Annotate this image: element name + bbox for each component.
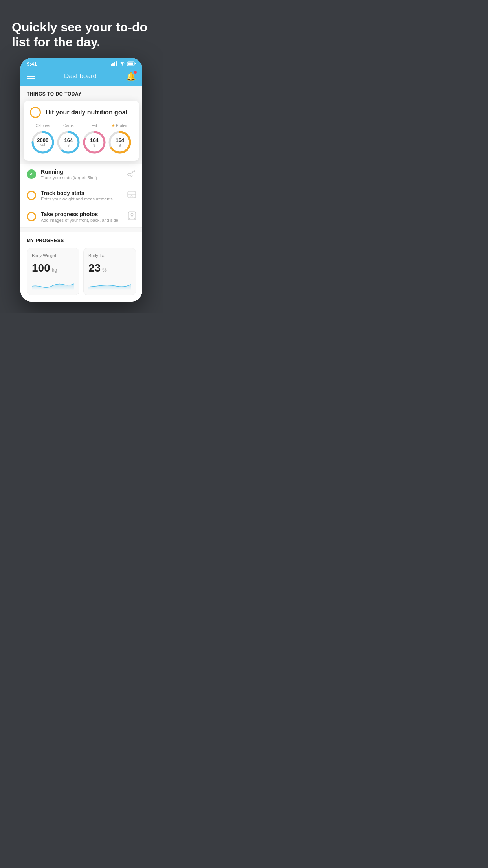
card-status-circle [30,107,41,118]
protein-unit: g [116,143,124,147]
todo-item-photos[interactable]: Take progress photos Add images of your … [20,206,142,228]
carbs-unit: g [64,143,73,147]
weight-chart [32,278,74,290]
calories-label: Calories [35,123,50,128]
weight-value-row: 100 kg [32,262,74,274]
calories-value: 2000 [37,138,48,143]
card-title: Hit your daily nutrition goal [46,109,127,116]
svg-point-18 [131,195,132,197]
fat-chart [88,278,131,290]
calories-unit: cal [37,143,48,147]
nav-title: Dashboard [64,72,97,80]
signal-icon [111,61,117,66]
nutrition-card[interactable]: Hit your daily nutrition goal Calories 2… [24,101,139,161]
running-icon [127,170,136,179]
fat-value-row: 23 % [88,262,131,274]
todo-sub-photos: Add images of your front, back, and side [41,218,123,223]
calories-ring: 2000 cal [31,130,55,154]
fat-unit: g [90,143,99,147]
todo-item-running[interactable]: Running Track your stats (target: 5km) [20,164,142,185]
svg-rect-3 [116,61,117,66]
phone-mockup: 9:41 Dashboard [20,58,142,302]
todo-text-photos: Take progress photos Add images of your … [41,211,123,223]
fat-card-title: Body Fat [88,253,131,258]
svg-rect-1 [112,63,114,66]
todo-title-running: Running [41,169,122,175]
nutrition-row: Calories 2000 cal Carbs [30,123,133,154]
status-bar: 9:41 [20,58,142,68]
fat-value: 23 [88,262,101,274]
svg-point-4 [122,65,123,66]
status-icons [111,61,136,66]
content-area: THINGS TO DO TODAY Hit your daily nutrit… [20,86,142,302]
carbs-ring: 164 g [56,130,81,154]
todo-text-body-stats: Track body stats Enter your weight and m… [41,190,123,201]
svg-rect-6 [128,63,133,65]
carbs-value: 164 [64,138,73,143]
protein-value: 164 [116,138,124,143]
nav-bar: Dashboard 🔔 [20,68,142,86]
hamburger-menu[interactable] [27,74,35,79]
status-time: 9:41 [27,61,37,67]
scale-icon [127,191,136,200]
nutrition-carbs: Carbs 164 g [56,123,81,154]
person-icon [128,211,136,222]
carbs-label: Carbs [63,123,74,128]
weight-card-title: Body Weight [32,253,74,258]
todo-circle-running [27,169,36,179]
weight-value: 100 [32,262,50,274]
section-title-today: THINGS TO DO TODAY [20,91,142,101]
svg-point-20 [131,213,133,216]
notification-bell[interactable]: 🔔 [126,72,136,81]
todo-item-body-stats[interactable]: Track body stats Enter your weight and m… [20,185,142,206]
fat-label: Fat [92,123,97,128]
card-header: Hit your daily nutrition goal [30,107,133,118]
todo-sub-body-stats: Enter your weight and measurements [41,197,123,201]
fat-value: 164 [90,138,99,143]
hero-title: Quickly see your to-do list for the day. [12,20,151,50]
fat-ring: 164 g [82,130,106,154]
fat-unit: % [102,267,107,273]
todo-sub-running: Track your stats (target: 5km) [41,175,122,180]
todo-circle-body-stats [27,191,36,200]
svg-rect-0 [111,64,112,66]
wifi-icon [119,61,125,66]
battery-icon [127,61,136,66]
progress-section: MY PROGRESS Body Weight 100 kg [20,232,142,302]
progress-section-title: MY PROGRESS [27,238,136,243]
svg-rect-7 [135,63,136,64]
todo-text-running: Running Track your stats (target: 5km) [41,169,122,180]
weight-unit: kg [52,267,57,273]
protein-ring: 164 g [108,130,132,154]
progress-card-weight[interactable]: Body Weight 100 kg [27,248,79,295]
nutrition-fat: Fat 164 g [82,123,106,154]
todo-title-photos: Take progress photos [41,211,123,217]
nutrition-calories: Calories 2000 cal [31,123,55,154]
todo-title-body-stats: Track body stats [41,190,123,196]
protein-star-icon: ★ [112,123,115,128]
hero-section: Quickly see your to-do list for the day. [0,0,163,58]
progress-card-fat[interactable]: Body Fat 23 % [83,248,136,295]
protein-label: ★ Protein [112,123,128,128]
progress-cards: Body Weight 100 kg [27,248,136,295]
svg-rect-2 [114,62,115,66]
todo-list: Running Track your stats (target: 5km) T… [20,164,142,228]
notification-dot [134,71,137,74]
todo-circle-photos [27,212,36,221]
nutrition-protein: ★ Protein 164 g [108,123,132,154]
